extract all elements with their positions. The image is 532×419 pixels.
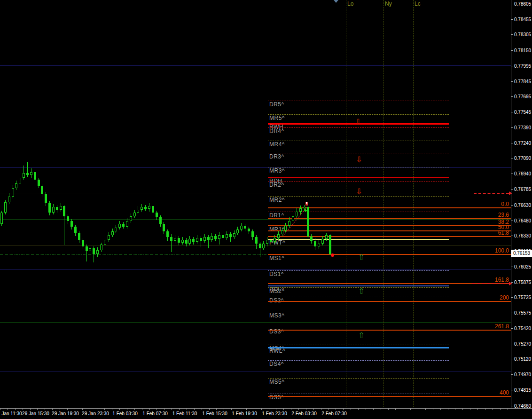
time-axis-tick[interactable] [52, 409, 53, 410]
time-axis-tick[interactable] [366, 409, 366, 410]
buy-signal-arrow-icon: ⇧ [358, 287, 365, 295]
time-axis-tick[interactable] [239, 409, 239, 410]
time-axis-tick[interactable] [67, 409, 68, 410]
time-axis-tick[interactable] [15, 409, 16, 410]
time-axis-tick[interactable] [276, 409, 276, 410]
time-axis-tick[interactable] [462, 409, 463, 410]
time-axis-tick[interactable] [202, 409, 202, 410]
time-axis-tick[interactable] [164, 409, 164, 410]
time-axis-tick[interactable] [82, 409, 83, 410]
candle-body [325, 235, 328, 239]
time-axis-tick[interactable] [75, 409, 75, 410]
sell-signal-arrow-icon: ⇩ [355, 118, 361, 126]
price-axis-tick [511, 127, 513, 128]
fib-level-label: 61.8 [409, 230, 509, 236]
candle-body [310, 237, 313, 241]
time-axis-tick[interactable] [8, 409, 8, 410]
time-axis-tick[interactable] [455, 409, 455, 410]
time-axis-tick[interactable] [448, 409, 448, 410]
time-axis-tick[interactable] [187, 409, 187, 410]
time-axis-tick[interactable] [425, 409, 426, 410]
time-axis-tick[interactable] [261, 409, 262, 410]
time-axis-tick[interactable] [418, 409, 418, 410]
time-axis-tick[interactable] [23, 409, 23, 410]
price-axis-label: 0.77995 [514, 63, 531, 69]
candle-body [181, 240, 184, 243]
time-axis-tick[interactable] [283, 409, 284, 410]
time-axis-tick[interactable] [254, 409, 254, 410]
time-axis-tick[interactable] [194, 409, 195, 410]
time-axis-tick[interactable] [329, 409, 329, 410]
candle-body [0, 213, 3, 224]
price-axis-label: 0.76785 [514, 187, 531, 192]
time-axis-tick[interactable] [216, 409, 217, 410]
time-axis-tick[interactable] [388, 409, 389, 410]
pivot-level-line [268, 101, 449, 101]
time-axis-tick[interactable] [410, 409, 411, 410]
time-axis-tick[interactable] [127, 409, 127, 410]
pivot-level-label: DS5^ [269, 395, 284, 400]
pivot-level-label: MR4^ [269, 142, 285, 147]
candle-body [45, 194, 47, 203]
grid-line [0, 167, 511, 168]
time-axis-tick[interactable] [156, 409, 157, 410]
price-axis-tick [511, 297, 513, 298]
pivot-level-line [268, 141, 449, 141]
time-axis-tick[interactable] [90, 409, 90, 410]
time-axis-tick[interactable] [395, 409, 396, 410]
time-axis-tick[interactable] [343, 409, 344, 410]
time-axis-tick[interactable] [381, 409, 381, 410]
candle-body [166, 231, 169, 237]
time-axis-tick[interactable] [470, 409, 470, 410]
time-axis-tick[interactable] [336, 409, 336, 410]
candle-body [262, 244, 265, 248]
time-axis-tick[interactable] [500, 409, 501, 410]
time-axis-tick[interactable] [231, 409, 232, 410]
time-axis-tick[interactable] [45, 409, 45, 410]
time-axis-tick[interactable] [172, 409, 172, 410]
time-axis-tick[interactable] [485, 409, 485, 410]
time-axis-tick[interactable] [0, 409, 0, 410]
time-axis-tick[interactable] [313, 409, 314, 410]
time-axis-label: 29 Jan 19:30 [52, 411, 79, 416]
candle-body [211, 236, 213, 240]
candle-body [163, 224, 165, 231]
time-axis-label: 1 Feb 03:30 [112, 411, 137, 416]
time-axis-tick[interactable] [358, 409, 359, 410]
time-axis-tick[interactable] [246, 409, 247, 410]
time-axis-tick[interactable] [477, 409, 478, 410]
time-axis-tick[interactable] [30, 409, 31, 410]
time-axis-tick[interactable] [298, 409, 299, 410]
time-axis-tick[interactable] [440, 409, 441, 410]
time-axis-tick[interactable] [291, 409, 291, 410]
time-axis-tick[interactable] [97, 409, 97, 410]
candle-body [26, 173, 29, 175]
time-axis-tick[interactable] [112, 409, 112, 410]
time-axis-tick[interactable] [179, 409, 180, 410]
time-axis-tick[interactable] [403, 409, 403, 410]
time-axis-tick[interactable] [60, 409, 60, 410]
time-axis-tick[interactable] [134, 409, 135, 410]
time-axis-tick[interactable] [306, 409, 306, 410]
time-axis-tick[interactable] [373, 409, 374, 410]
price-axis-tick [511, 112, 513, 112]
time-axis-tick[interactable] [104, 409, 105, 410]
time-axis-tick[interactable] [37, 409, 38, 410]
time-axis-tick[interactable] [269, 409, 269, 410]
time-axis-tick[interactable] [209, 409, 210, 410]
time-axis-tick[interactable] [149, 409, 150, 410]
time-axis-tick[interactable] [493, 409, 493, 410]
time-axis-tick[interactable] [224, 409, 224, 410]
time-axis-tick[interactable] [142, 409, 142, 410]
chart-canvas[interactable]: LoNyLcDR5^MR5^RWHDR4^MR4^DR3^MR3^RDHDR2^… [0, 0, 532, 419]
time-axis-tick[interactable] [433, 409, 433, 410]
candle-body [174, 238, 176, 241]
time-axis-tick[interactable] [119, 409, 120, 410]
fib-level-label: 200 [409, 295, 509, 300]
time-axis-tick[interactable] [351, 409, 351, 410]
price-axis-label: 0.76630 [514, 203, 531, 208]
candle-body [203, 237, 206, 241]
candle-body [89, 248, 91, 251]
time-axis-tick[interactable] [321, 409, 321, 410]
time-axis-tick[interactable] [508, 409, 508, 410]
